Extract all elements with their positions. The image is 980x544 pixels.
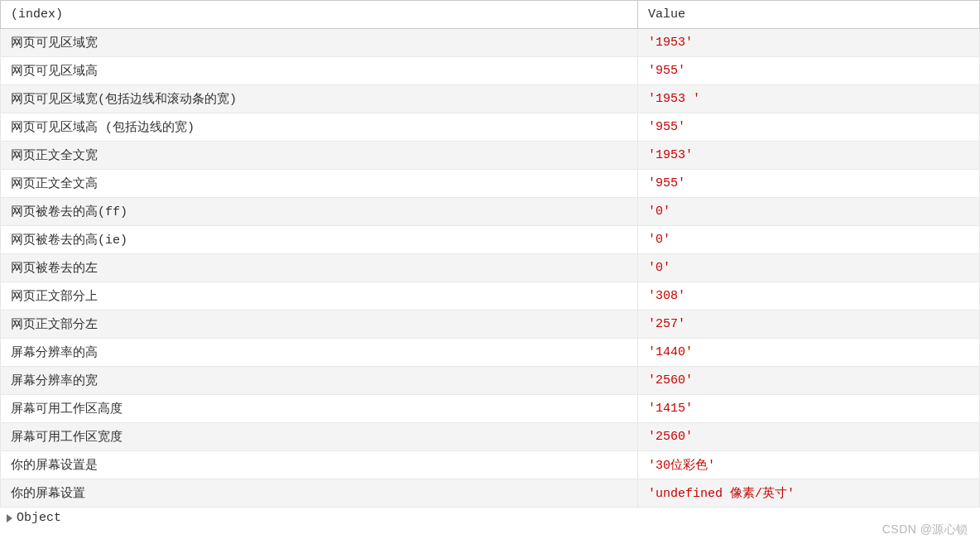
cell-value: 'undefined 像素/英寸': [638, 479, 980, 508]
value-text: '955': [648, 64, 685, 78]
index-text: 网页被卷去的左: [11, 262, 98, 276]
cell-index: 网页被卷去的高(ff): [1, 198, 638, 226]
index-text: 屏幕可用工作区宽度: [11, 431, 122, 445]
cell-value: '1440': [638, 339, 980, 367]
value-text: '0': [648, 233, 670, 247]
value-text: '955': [648, 176, 685, 190]
value-text: '1953': [648, 36, 693, 50]
cell-index: 网页正文部分左: [1, 311, 638, 339]
value-text: '2560': [648, 373, 693, 388]
table-row[interactable]: 网页可见区域宽(包括边线和滚动条的宽)'1953 ': [1, 85, 980, 113]
index-text: 你的屏幕设置: [11, 487, 85, 501]
index-text: 网页被卷去的高(ff): [11, 205, 127, 219]
table-row[interactable]: 网页正文全文高'955': [1, 170, 980, 198]
cell-value: '955': [638, 57, 980, 85]
disclosure-triangle-icon: [7, 514, 12, 522]
cell-value: '1953 ': [638, 85, 980, 113]
cell-index: 网页可见区域宽(包括边线和滚动条的宽): [1, 85, 638, 113]
value-text: '1440': [648, 345, 693, 359]
cell-value: '0': [638, 198, 980, 226]
cell-value: '1415': [638, 395, 980, 423]
object-label: Object: [17, 511, 61, 525]
cell-value: '0': [638, 254, 980, 282]
cell-index: 屏幕可用工作区高度: [1, 395, 638, 423]
index-text: 网页可见区域宽: [11, 36, 98, 51]
cell-index: 网页可见区域高: [1, 57, 638, 85]
table-header-row: (index) Value: [1, 1, 980, 29]
table-row[interactable]: 网页被卷去的高(ie)'0': [1, 226, 980, 254]
table-row[interactable]: 屏幕可用工作区高度'1415': [1, 395, 980, 423]
cell-index: 屏幕分辨率的宽: [1, 367, 638, 395]
cell-index: 屏幕可用工作区宽度: [1, 423, 638, 451]
cell-index: 你的屏幕设置是: [1, 451, 638, 479]
cell-index: 网页被卷去的高(ie): [1, 226, 638, 254]
value-text: '1953': [648, 148, 693, 162]
cell-value: '2560': [638, 423, 980, 451]
table-row[interactable]: 屏幕分辨率的宽'2560': [1, 367, 980, 395]
cell-index: 网页正文全文宽: [1, 142, 638, 170]
value-text: '955': [648, 120, 685, 134]
value-text: '1415': [648, 402, 693, 416]
cell-value: '1953': [638, 142, 980, 170]
table-row[interactable]: 网页可见区域宽'1953': [1, 29, 980, 57]
cell-index: 网页被卷去的左: [1, 254, 638, 282]
index-text: 网页正文全文宽: [11, 149, 98, 163]
table-row[interactable]: 网页被卷去的高(ff)'0': [1, 198, 980, 226]
index-text: 屏幕可用工作区高度: [11, 402, 122, 416]
table-row[interactable]: 网页正文部分左'257': [1, 311, 980, 339]
cell-index: 你的屏幕设置: [1, 479, 638, 508]
header-index[interactable]: (index): [1, 1, 638, 29]
table-row[interactable]: 你的屏幕设置是'30位彩色': [1, 451, 980, 479]
index-text: 你的屏幕设置是: [11, 459, 98, 473]
index-text: 网页可见区域高 (包括边线的宽): [11, 121, 195, 135]
console-table: (index) Value 网页可见区域宽'1953'网页可见区域高'955'网…: [0, 0, 980, 508]
index-text: 网页正文部分上: [11, 290, 98, 304]
value-text: '0': [648, 205, 670, 219]
table-row[interactable]: 屏幕可用工作区宽度'2560': [1, 423, 980, 451]
table-row[interactable]: 你的屏幕设置'undefined 像素/英寸': [1, 479, 980, 508]
value-text: '257': [648, 317, 685, 331]
table-row[interactable]: 网页正文部分上'308': [1, 282, 980, 311]
value-text: '0': [648, 261, 670, 275]
header-value[interactable]: Value: [638, 1, 980, 29]
cell-index: 网页可见区域宽: [1, 29, 638, 57]
cell-index: 网页正文全文高: [1, 170, 638, 198]
table-row[interactable]: 屏幕分辨率的高'1440': [1, 339, 980, 367]
cell-index: 网页可见区域高 (包括边线的宽): [1, 113, 638, 142]
cell-value: '30位彩色': [638, 451, 980, 479]
cell-value: '0': [638, 226, 980, 254]
cell-value: '257': [638, 311, 980, 339]
value-text: '2560': [648, 430, 693, 444]
index-text: 网页被卷去的高(ie): [11, 233, 127, 248]
index-text: 屏幕分辨率的宽: [11, 374, 98, 388]
value-text: '30位彩色': [648, 459, 715, 473]
index-text: 网页可见区域高: [11, 65, 98, 79]
index-text: 网页正文部分左: [11, 318, 98, 332]
table-row[interactable]: 网页正文全文宽'1953': [1, 142, 980, 170]
cell-value: '308': [638, 282, 980, 311]
index-text: 网页可见区域宽(包括边线和滚动条的宽): [11, 93, 237, 107]
index-text: 屏幕分辨率的高: [11, 346, 98, 360]
cell-index: 屏幕分辨率的高: [1, 339, 638, 367]
table-row[interactable]: 网页可见区域高'955': [1, 57, 980, 85]
cell-value: '1953': [638, 29, 980, 57]
value-text: '308': [648, 289, 685, 303]
cell-value: '955': [638, 170, 980, 198]
cell-value: '955': [638, 113, 980, 142]
cell-value: '2560': [638, 367, 980, 395]
value-text: 'undefined 像素/英寸': [648, 487, 795, 501]
object-expand-row[interactable]: Object: [0, 508, 980, 528]
table-row[interactable]: 网页被卷去的左'0': [1, 254, 980, 282]
cell-index: 网页正文部分上: [1, 282, 638, 311]
index-text: 网页正文全文高: [11, 177, 98, 191]
value-text: '1953 ': [648, 92, 700, 106]
table-row[interactable]: 网页可见区域高 (包括边线的宽)'955': [1, 113, 980, 142]
